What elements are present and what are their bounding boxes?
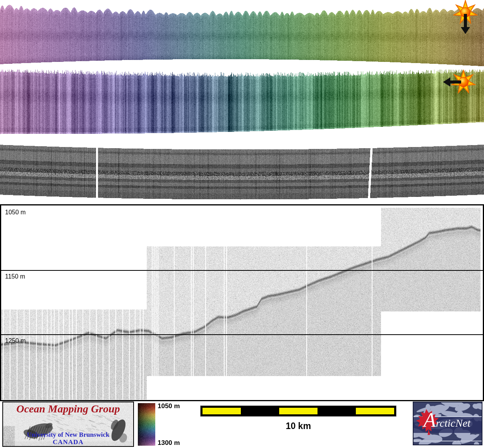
depth-label-1150: 1150 m (5, 274, 25, 280)
bathymetry-swath-image (0, 0, 484, 72)
scale-bar-label: 10 km (201, 421, 396, 431)
omg-logo-university: University of New Brunswick (3, 431, 133, 439)
arcticnet-rest: rcticNet (436, 417, 470, 429)
left-arrow-shaft (450, 80, 461, 84)
scale-bar-segment (356, 408, 394, 414)
down-arrow-head (461, 27, 470, 34)
depth-colorbar (138, 403, 155, 446)
seismic-profile-panel: 1050 m 1150 m 1250 m (0, 204, 484, 401)
scale-bar-segment (203, 408, 241, 414)
sun-flare-with-down-arrow-icon (453, 0, 478, 45)
arcticnet-wordmark: ArcticNet (424, 410, 470, 430)
arcticnet-initial: A (424, 409, 436, 431)
colorbar-top-label: 1050 m (158, 402, 180, 410)
down-arrow-shaft (464, 14, 467, 28)
omg-logo-title: Ocean Mapping Group (3, 403, 133, 415)
backscatter-swath-image (0, 70, 484, 137)
sun-flare-with-left-arrow-icon (440, 70, 476, 94)
omg-logo-country: CANADA (3, 438, 133, 446)
seismic-profile-image (1, 205, 483, 400)
arcticnet-logo: ArcticNet (413, 402, 482, 445)
map-scale-bar (201, 406, 396, 416)
ocean-mapping-figure: 1050 m 1150 m 1250 m Ocean Mapping Group… (0, 0, 484, 448)
colorbar-bottom-label: 1300 m (158, 439, 180, 447)
depth-label-1250: 1250 m (5, 338, 26, 344)
subbottom-strip-image (0, 139, 484, 204)
ocean-mapping-group-logo: Ocean Mapping Group University of New Br… (2, 402, 134, 447)
left-arrow-head (443, 77, 450, 87)
scale-bar-segment (279, 408, 318, 414)
depth-label-1050: 1050 m (5, 209, 26, 215)
